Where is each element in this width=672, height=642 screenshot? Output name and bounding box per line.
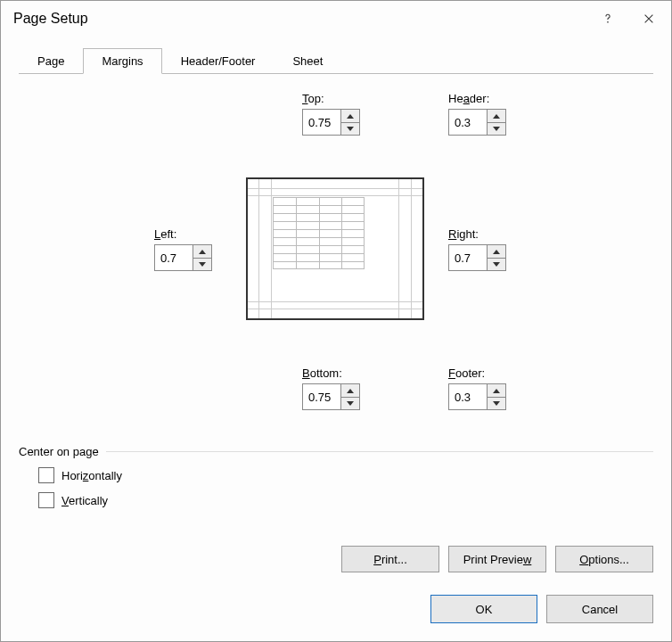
center-on-page-label: Center on page [19, 445, 106, 458]
cancel-button[interactable]: Cancel [546, 595, 653, 623]
header-input[interactable] [449, 110, 487, 135]
top-spinbox[interactable] [302, 109, 360, 136]
tab-margins[interactable]: Margins [83, 48, 161, 74]
horizontally-label: Horizontally [61, 469, 122, 482]
right-spin-down[interactable] [488, 258, 505, 270]
footer-spinbox[interactable] [448, 383, 506, 410]
tab-header-footer[interactable]: Header/Footer [162, 48, 275, 74]
tabstrip: Page Margins Header/Footer Sheet [19, 47, 653, 74]
footer-spin-up[interactable] [488, 384, 505, 397]
top-spin-up[interactable] [341, 110, 359, 122]
header-spin-up[interactable] [488, 110, 505, 122]
footer-spin-down[interactable] [488, 397, 505, 409]
close-button[interactable] [628, 5, 669, 32]
header-spinbox[interactable] [448, 109, 506, 136]
margins-panel: Top: Header: [19, 92, 653, 440]
right-spin-up[interactable] [488, 245, 505, 258]
top-spin-down[interactable] [341, 122, 359, 135]
header-spin-down[interactable] [488, 122, 505, 135]
right-spinbox[interactable] [448, 244, 506, 271]
horizontally-checkbox[interactable] [38, 467, 54, 483]
bottom-spin-down[interactable] [341, 397, 359, 409]
vertically-label: Vertically [61, 494, 108, 507]
titlebar: Page Setup [1, 1, 671, 37]
header-label: Header: [448, 92, 506, 105]
left-spin-up[interactable] [193, 245, 211, 258]
print-button[interactable]: Print... [341, 546, 439, 572]
options-button[interactable]: Options... [555, 546, 653, 572]
vertically-row[interactable]: Vertically [38, 492, 653, 508]
tab-page[interactable]: Page [19, 48, 83, 74]
bottom-spin-up[interactable] [341, 384, 359, 397]
help-button[interactable] [587, 5, 628, 32]
print-preview-button[interactable]: Print Preview [448, 546, 546, 572]
top-input[interactable] [303, 110, 340, 135]
left-label: Left: [154, 227, 212, 241]
bottom-spinbox[interactable] [302, 383, 360, 410]
tab-sheet[interactable]: Sheet [274, 48, 341, 74]
right-label: Right: [448, 227, 506, 241]
footer-label: Footer: [448, 366, 506, 380]
vertically-checkbox[interactable] [38, 492, 54, 508]
page-preview [246, 177, 424, 320]
page-setup-dialog: Page Setup Page Margins Header/Footer Sh… [0, 0, 672, 642]
right-input[interactable] [449, 245, 487, 270]
center-on-page-group: Center on page [19, 445, 653, 458]
left-spinbox[interactable] [154, 244, 212, 271]
ok-button[interactable]: OK [430, 595, 537, 623]
footer-input[interactable] [449, 384, 487, 409]
top-label: Top: [302, 92, 360, 105]
left-spin-down[interactable] [193, 258, 211, 270]
left-input[interactable] [155, 245, 193, 270]
bottom-label: Bottom: [302, 366, 360, 380]
bottom-input[interactable] [303, 384, 340, 409]
dialog-title: Page Setup [13, 11, 587, 27]
horizontally-row[interactable]: Horizontally [38, 467, 653, 483]
